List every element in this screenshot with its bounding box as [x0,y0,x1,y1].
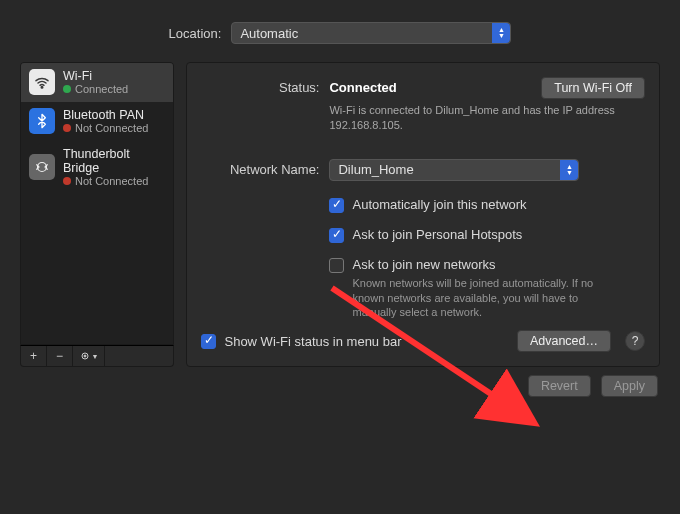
interface-status: Not Connected [75,175,148,187]
status-dot-icon [63,177,71,185]
interface-name: Wi-Fi [63,69,128,83]
location-label: Location: [169,26,222,41]
advanced-button[interactable]: Advanced… [517,330,611,352]
auto-join-checkbox[interactable]: Automatically join this network [329,197,645,213]
interface-status: Not Connected [75,122,148,134]
checkbox-label: Automatically join this network [352,197,526,212]
interface-name: Bluetooth PAN [63,108,148,122]
status-dot-icon [63,85,71,93]
status-dot-icon [63,124,71,132]
help-button[interactable]: ? [625,331,645,351]
location-value: Automatic [240,26,298,41]
interface-item-thunderbolt[interactable]: Thunderbolt Bridge Not Connected [21,141,173,194]
checkbox-input[interactable] [329,228,344,243]
wifi-icon [29,69,55,95]
toggle-wifi-button[interactable]: Turn Wi-Fi Off [541,77,645,99]
interface-item-wifi[interactable]: Wi-Fi Connected [21,63,173,102]
interface-status: Connected [75,83,128,95]
chevron-up-down-icon: ▲▼ [560,160,578,180]
checkbox-input[interactable] [201,334,216,349]
apply-button[interactable]: Apply [601,375,658,397]
interface-name: Thunderbolt Bridge [63,147,165,175]
bluetooth-icon [29,108,55,134]
interface-options-button[interactable]: ▼ [73,346,105,366]
add-interface-button[interactable]: + [21,346,47,366]
network-name-dropdown[interactable]: Dilum_Home ▲▼ [329,159,579,181]
svg-point-3 [84,355,86,357]
thunderbolt-bridge-icon [29,154,55,180]
status-label: Status: [201,77,329,99]
main-panel: Status: Connected Turn Wi-Fi Off Wi-Fi i… [186,62,660,367]
new-networks-checkbox[interactable]: Ask to join new networks Known networks … [329,257,645,321]
revert-button[interactable]: Revert [528,375,591,397]
chevron-up-down-icon: ▲▼ [492,23,510,43]
interface-sidebar: Wi-Fi Connected Bluetooth PAN Not Connec… [20,62,174,367]
status-value: Connected [329,77,396,99]
status-description: Wi-Fi is connected to Dilum_Home and has… [329,103,645,133]
checkbox-label: Show Wi-Fi status in menu bar [224,334,401,349]
sidebar-actions: + − ▼ [20,345,174,367]
network-name-value: Dilum_Home [338,162,413,177]
remove-interface-button[interactable]: − [47,346,73,366]
network-name-label: Network Name: [201,159,329,181]
location-dropdown[interactable]: Automatic ▲▼ [231,22,511,44]
show-status-checkbox[interactable]: Show Wi-Fi status in menu bar [201,333,401,349]
gear-icon [79,350,91,362]
new-networks-description: Known networks will be joined automatica… [352,276,612,321]
interface-item-bluetooth[interactable]: Bluetooth PAN Not Connected [21,102,173,141]
checkbox-label: Ask to join new networks [352,257,495,272]
svg-point-0 [41,87,43,89]
checkbox-input[interactable] [329,258,344,273]
checkbox-label: Ask to join Personal Hotspots [352,227,522,242]
checkbox-input[interactable] [329,198,344,213]
interface-list: Wi-Fi Connected Bluetooth PAN Not Connec… [20,62,174,345]
chevron-down-icon: ▼ [92,353,99,360]
hotspot-checkbox[interactable]: Ask to join Personal Hotspots [329,227,645,243]
